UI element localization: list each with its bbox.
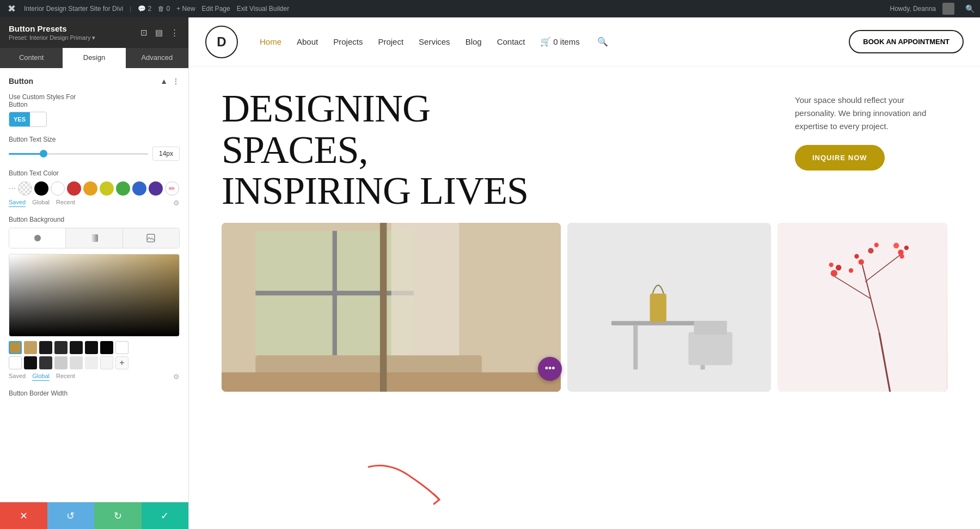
panel-layout-btn[interactable]: ▤ xyxy=(154,27,164,39)
bg-swatch-white2[interactable] xyxy=(9,356,22,369)
color-dots[interactable]: ··· xyxy=(9,184,16,193)
bg-tab-color[interactable] xyxy=(9,228,66,248)
bg-color-tab-saved[interactable]: Saved xyxy=(9,373,26,381)
tab-advanced[interactable]: Advanced xyxy=(126,48,188,68)
bg-color-settings[interactable]: ⚙ xyxy=(173,373,180,381)
nav-link-project[interactable]: Project xyxy=(378,37,403,46)
nav-link-about[interactable]: About xyxy=(297,37,318,46)
hero-image-3 xyxy=(777,223,947,392)
bg-color-tab-global[interactable]: Global xyxy=(32,373,50,381)
text-size-value[interactable]: 14px xyxy=(152,147,180,161)
hero-right: Your space should reflect your personali… xyxy=(795,88,947,171)
redo-button[interactable]: ↻ xyxy=(94,502,142,530)
text-color-settings[interactable]: ⚙ xyxy=(173,199,180,207)
inquire-now-button[interactable]: INQUIRE NOW xyxy=(795,145,885,171)
bg-tab-image[interactable] xyxy=(123,228,179,248)
text-size-track[interactable] xyxy=(9,153,148,155)
bg-swatch-near-white[interactable] xyxy=(100,356,113,369)
text-color-transparent[interactable] xyxy=(18,181,32,196)
text-color-white[interactable] xyxy=(51,181,65,196)
bg-swatch-dark6[interactable] xyxy=(39,356,52,369)
text-color-tab-global[interactable]: Global xyxy=(32,199,50,207)
text-color-yellow[interactable] xyxy=(100,181,114,196)
text-color-pencil[interactable]: ✏ xyxy=(165,181,179,196)
text-size-fill xyxy=(9,153,44,155)
panel-title: Button Presets xyxy=(9,24,95,33)
cancel-button[interactable]: ✕ xyxy=(0,502,47,530)
text-color-red[interactable] xyxy=(67,181,81,196)
hero-image-2 xyxy=(567,223,771,392)
text-color-green[interactable] xyxy=(116,181,130,196)
book-appointment-button[interactable]: BOOK AN APPOINTMENT xyxy=(849,30,964,53)
admin-comments-link[interactable]: 💬 2 xyxy=(138,5,151,13)
bg-swatch-add[interactable]: + xyxy=(115,356,128,369)
admin-exit-vb-link[interactable]: Exit Visual Builder xyxy=(237,5,290,13)
text-color-tab-saved[interactable]: Saved xyxy=(9,199,26,207)
admin-edit-page-link[interactable]: Edit Page xyxy=(202,5,230,13)
bg-tab-gradient[interactable] xyxy=(66,228,122,248)
color-picker-area[interactable] xyxy=(9,254,180,337)
svg-point-0 xyxy=(34,235,41,241)
panel-menu-btn[interactable]: ⋮ xyxy=(169,27,180,39)
nav-link-blog[interactable]: Blog xyxy=(465,37,482,46)
cart-icon: 🛒 xyxy=(540,37,551,47)
panel-subtitle[interactable]: Preset: Interior Design Primary ▾ xyxy=(9,34,95,41)
svg-point-24 xyxy=(836,265,841,270)
admin-search-icon[interactable]: 🔍 xyxy=(965,4,975,13)
bg-swatch-dark4[interactable] xyxy=(85,341,98,354)
border-width-label: Button Border Width xyxy=(9,390,180,397)
nav-link-home[interactable]: Home xyxy=(260,37,281,46)
nav-link-cart[interactable]: 🛒 0 items xyxy=(540,37,579,47)
bottom-bar: ✕ ↺ ↻ ✓ xyxy=(0,502,188,529)
text-color-blue[interactable] xyxy=(132,181,146,196)
text-color-tab-recent[interactable]: Recent xyxy=(56,199,75,207)
admin-site-link[interactable]: Interior Design Starter Site for Divi xyxy=(24,5,123,13)
hero-image-1 xyxy=(222,223,561,392)
undo-button[interactable]: ↺ xyxy=(47,502,95,530)
admin-new-link[interactable]: + New xyxy=(176,5,195,13)
hero-subtitle: Your space should reflect your personali… xyxy=(795,94,947,133)
bg-tabs xyxy=(9,228,180,248)
nav-search-icon[interactable]: 🔍 xyxy=(597,37,608,47)
text-color-black[interactable] xyxy=(34,181,48,196)
sketch-arrow xyxy=(358,456,445,513)
bg-color-tab-recent[interactable]: Recent xyxy=(56,373,75,381)
svg-rect-1 xyxy=(90,234,98,242)
site-nav: D Home About Projects Project Services B… xyxy=(189,17,980,66)
svg-rect-9 xyxy=(222,372,561,392)
bg-swatch-lgray[interactable] xyxy=(54,356,68,369)
site-nav-links: Home About Projects Project Services Blo… xyxy=(260,37,849,47)
panel-header: Button Presets Preset: Interior Design P… xyxy=(0,17,188,48)
bg-swatch-golden-selected[interactable] xyxy=(9,341,22,354)
svg-point-28 xyxy=(893,242,899,248)
tab-content[interactable]: Content xyxy=(0,48,63,68)
wp-icon[interactable]: ✖ xyxy=(5,3,17,15)
bg-swatch-dark1[interactable] xyxy=(39,341,52,354)
svg-point-33 xyxy=(874,242,879,247)
nav-link-projects[interactable]: Projects xyxy=(333,37,363,46)
bg-swatch-dark5[interactable] xyxy=(100,341,113,354)
nav-link-contact[interactable]: Contact xyxy=(497,37,525,46)
bg-swatch-tan[interactable] xyxy=(24,341,37,354)
custom-styles-toggle[interactable]: YES xyxy=(9,112,47,127)
toggle-label: Use Custom Styles For Button xyxy=(9,93,180,108)
bg-swatch-lgray2[interactable] xyxy=(70,356,83,369)
text-color-label: Button Text Color xyxy=(9,169,180,177)
save-button[interactable]: ✓ xyxy=(142,502,189,530)
section-more-btn[interactable]: ⋮ xyxy=(172,77,180,86)
bg-swatch-dark2[interactable] xyxy=(54,341,68,354)
panel-copy-btn[interactable]: ⊡ xyxy=(139,27,149,39)
text-color-orange[interactable] xyxy=(83,181,97,196)
nav-link-services[interactable]: Services xyxy=(419,37,450,46)
text-size-thumb[interactable] xyxy=(40,150,47,157)
bg-swatch-dark3[interactable] xyxy=(70,341,83,354)
text-color-purple[interactable] xyxy=(149,181,163,196)
svg-rect-11 xyxy=(567,223,771,392)
bg-swatch-lgray3[interactable] xyxy=(85,356,98,369)
more-options-button[interactable]: ••• xyxy=(538,357,562,381)
tab-design[interactable]: Design xyxy=(63,48,125,68)
bg-swatch-vdark[interactable] xyxy=(24,356,37,369)
admin-trash-link[interactable]: 🗑 0 xyxy=(158,5,170,13)
bg-swatch-white1[interactable] xyxy=(115,341,128,354)
section-collapse-btn[interactable]: ▲ xyxy=(160,77,168,86)
